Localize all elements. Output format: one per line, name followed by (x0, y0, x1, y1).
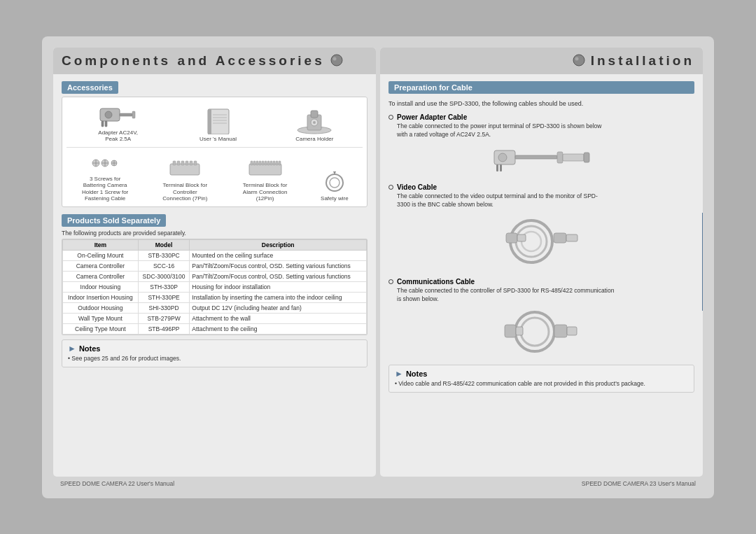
video-cable-title: Video Cable (397, 183, 437, 191)
video-cable-svg (503, 213, 580, 269)
svg-rect-54 (515, 155, 557, 159)
products-label: Products Sold Separately (62, 214, 166, 227)
right-panel: Installation Preparation for Cable To in… (380, 48, 703, 477)
power-cable-title: Power Adapter Cable (397, 113, 467, 121)
footer-left: SPEED DOME CAMERA 22 User's Manual (60, 480, 174, 487)
svg-rect-73 (516, 327, 523, 335)
svg-rect-46 (279, 161, 281, 165)
svg-rect-44 (273, 161, 275, 165)
svg-rect-9 (208, 109, 211, 134)
col-model: Model (138, 240, 190, 251)
svg-point-47 (326, 174, 343, 191)
screws-label: 3 Screws for Battering Camera Holder 1 S… (80, 176, 130, 202)
svg-rect-35 (249, 164, 281, 175)
table-row: Indoor HousingSTH-330PHousing for indoor… (63, 282, 367, 293)
accessory-terminal12: Terminal Block for Alarm Connection (12P… (241, 158, 290, 202)
terminal12-label: Terminal Block for Alarm Connection (12P… (241, 182, 290, 202)
footer-right: SPEED DOME CAMERA 23 User's Manual (582, 480, 696, 487)
right-notes-title: Notes (406, 370, 428, 378)
table-row: Camera ControllerSDC-3000/3100Pan/Tilt/Z… (63, 272, 367, 282)
accessories-row2: 3 Screws for Battering Camera Holder 1 S… (66, 152, 363, 202)
svg-rect-36 (251, 161, 253, 165)
svg-rect-70 (554, 325, 567, 337)
preparation-label: Preparation for Cable (388, 81, 694, 94)
right-notes-content: • Video cable and RS-485/422 communicati… (395, 380, 688, 388)
left-panel-title: Components and Accessories (62, 53, 325, 69)
video-cable-visual (388, 211, 694, 272)
svg-rect-43 (270, 161, 272, 165)
svg-rect-56 (563, 154, 584, 161)
products-section: Products Sold Separately The following p… (62, 214, 368, 335)
video-cable-desc: The cable connected to the video output … (388, 192, 694, 209)
svg-rect-40 (262, 161, 264, 165)
col-description: Description (190, 240, 367, 251)
right-notes-title-row: ► Notes (395, 369, 688, 379)
svg-rect-67 (517, 234, 526, 241)
svg-rect-57 (584, 153, 589, 162)
svg-rect-59 (496, 164, 498, 171)
svg-point-1 (332, 57, 336, 60)
svg-rect-61 (554, 233, 566, 243)
safety-wire-label: Safety wire (321, 195, 349, 202)
video-cable-section: Video Cable The cable connected to the v… (388, 183, 694, 272)
table-row: Outdoor HousingSHI-330PDOutput DC 12V (i… (63, 303, 367, 314)
comms-cable-title: Communications Cable (397, 278, 475, 286)
video-cable-heading: Video Cable (388, 183, 694, 191)
right-header: Installation (380, 48, 703, 74)
power-cable-desc: The cable connected to the power input t… (388, 122, 694, 139)
svg-rect-42 (267, 161, 270, 165)
accessories-grid: Adapter AC24V, Peak 2.5A (62, 97, 368, 208)
svg-rect-30 (177, 161, 180, 165)
svg-point-52 (575, 57, 578, 60)
left-header-circle (330, 54, 343, 68)
adapter-icon (97, 101, 139, 128)
svg-rect-16 (311, 111, 318, 118)
camera-holder-icon (293, 108, 335, 134)
prep-intro: To install and use the SPD-3300, the fol… (388, 99, 694, 108)
power-cable-bullet (388, 115, 393, 120)
comms-cable-visual (388, 304, 694, 359)
svg-point-5 (105, 111, 112, 118)
accessory-camera-holder: Camera Holder (293, 108, 335, 143)
left-header: Components and Accessories (53, 48, 376, 74)
left-notes-title-row: ► Notes (68, 344, 361, 353)
terminal12-icon (248, 158, 283, 181)
table-row: Ceiling Type MountSTB-496PPAttachment to… (63, 324, 367, 335)
svg-rect-31 (181, 161, 184, 165)
english-tab: ENGLISH (702, 213, 703, 311)
svg-rect-72 (505, 325, 516, 337)
comms-cable-bullet (388, 279, 393, 284)
svg-rect-39 (259, 161, 261, 165)
accessory-terminal7: Terminal Block for Controller Connection… (160, 158, 209, 202)
power-cable-section: Power Adapter Cable The cable connected … (388, 113, 694, 178)
screws-icon (88, 152, 122, 174)
svg-rect-62 (566, 234, 578, 241)
accessory-adapter: Adapter AC24V, Peak 2.5A (94, 101, 143, 143)
table-row: On-Ceiling MountSTB-330PCMounted on the … (63, 251, 367, 261)
accessories-row1: Adapter AC24V, Peak 2.5A (66, 101, 363, 143)
left-notes-icon: ► (68, 344, 76, 353)
right-notes-icon: ► (395, 369, 403, 379)
svg-rect-38 (256, 161, 258, 165)
col-item: Item (63, 240, 139, 251)
right-notes-section: ► Notes • Video cable and RS-485/422 com… (388, 365, 694, 393)
svg-point-0 (331, 55, 342, 66)
video-cable-bullet (388, 185, 393, 190)
svg-rect-3 (120, 113, 132, 116)
comms-cable-desc: The cable connected to the controller of… (388, 287, 694, 304)
comms-cable-svg (503, 307, 580, 356)
power-cable-heading: Power Adapter Cable (388, 113, 694, 121)
svg-rect-71 (567, 327, 577, 335)
products-table: Item Model Description On-Ceiling MountS… (62, 239, 367, 335)
svg-rect-6 (102, 121, 104, 127)
svg-point-48 (330, 178, 340, 188)
right-panel-title: Installation (591, 53, 694, 69)
svg-rect-55 (557, 152, 563, 163)
svg-point-69 (521, 318, 549, 346)
svg-rect-34 (194, 161, 197, 165)
products-table-wrap: Item Model Description On-Ceiling MountS… (62, 239, 368, 335)
adapter-label: Adapter AC24V, Peak 2.5A (94, 129, 143, 143)
power-cable-svg (493, 143, 591, 175)
right-header-circle (573, 54, 585, 68)
table-row: Wall Type MountSTB-279PWAttachment to th… (63, 314, 367, 324)
